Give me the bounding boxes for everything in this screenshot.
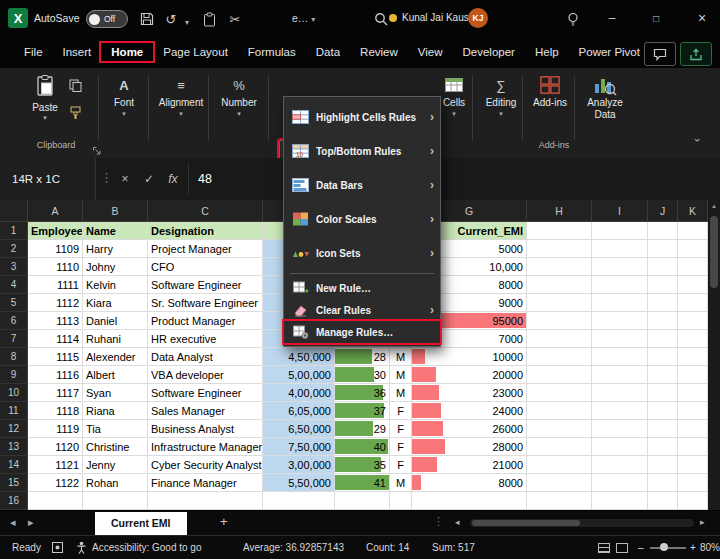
cell-h4[interactable] [527,276,592,294]
cell-b8[interactable]: Alexender [83,348,148,366]
cell-c15[interactable]: Finance Manager [148,474,263,492]
cell-h3[interactable] [527,258,592,276]
cell-d10[interactable]: 4,00,000 [263,384,335,402]
cell-a6[interactable]: 1113 [28,312,83,330]
accessibility-status[interactable]: Accessibility: Good to go [92,542,202,553]
cell-c10[interactable]: Software Engineer [148,384,263,402]
cell-a9[interactable]: 1116 [28,366,83,384]
menu-item-manage-rules[interactable]: Manage Rules… [284,321,440,343]
cell-h8[interactable] [527,348,592,366]
cell-h15[interactable] [527,474,592,492]
cell-h16[interactable] [527,492,592,510]
zoom-level[interactable]: 80% [700,542,720,553]
cell-j14[interactable] [648,456,678,474]
cell-b4[interactable]: Kelvin [83,276,148,294]
previous-sheet-icon[interactable]: ◂ [10,516,16,529]
cell-a16[interactable] [28,492,83,510]
quick-access-more-button[interactable]: e… ▾ [292,12,315,24]
cell-d14[interactable]: 3,00,000 [263,456,335,474]
cell-k6[interactable] [678,312,708,330]
cell-c8[interactable]: Data Analyst [148,348,263,366]
cell-b3[interactable]: Johny [83,258,148,276]
cell-h6[interactable] [527,312,592,330]
cell-e13[interactable]: 40 [335,438,390,456]
analyze-data-button[interactable]: Analyze Data [578,76,632,120]
cell-e14[interactable]: 35 [335,456,390,474]
column-header-a[interactable]: A [28,200,83,222]
ribbon-tab-review[interactable]: Review [350,43,408,61]
cell-b11[interactable]: Riana [83,402,148,420]
cell-h11[interactable] [527,402,592,420]
cell-j3[interactable] [648,258,678,276]
cell-i7[interactable] [592,330,648,348]
formula-bar-value[interactable]: 48 [198,158,212,200]
row-header-7[interactable]: 7 [0,330,28,348]
cell-a2[interactable]: 1109 [28,240,83,258]
addins-button[interactable]: Add-ins [526,76,574,108]
page-layout-view-icon[interactable] [616,543,628,553]
cell-g13[interactable]: 28000 [412,438,527,456]
cell-c16[interactable] [148,492,263,510]
cell-e16[interactable] [335,492,390,510]
cell-h9[interactable] [527,366,592,384]
cell-g12[interactable]: 26000 [412,420,527,438]
cell-d11[interactable]: 6,05,000 [263,402,335,420]
macro-record-icon[interactable] [52,542,63,555]
cell-i4[interactable] [592,276,648,294]
maximize-button[interactable]: □ [642,0,670,36]
ribbon-tab-insert[interactable]: Insert [53,43,102,61]
menu-item-clear-rules[interactable]: Clear Rules› [284,299,440,321]
cell-e11[interactable]: 37 [335,402,390,420]
cell-f14[interactable]: F [390,456,412,474]
cell-i9[interactable] [592,366,648,384]
cell-d12[interactable]: 6,50,000 [263,420,335,438]
cell-b9[interactable]: Albert [83,366,148,384]
cell-b1[interactable]: Name [83,222,148,240]
cell-a15[interactable]: 1122 [28,474,83,492]
cell-i16[interactable] [592,492,648,510]
cell-i11[interactable] [592,402,648,420]
cell-j7[interactable] [648,330,678,348]
cell-j4[interactable] [648,276,678,294]
cell-k5[interactable] [678,294,708,312]
cell-f10[interactable]: M [390,384,412,402]
cell-f8[interactable]: M [390,348,412,366]
cell-k12[interactable] [678,420,708,438]
row-header-1[interactable]: 1 [0,222,28,240]
menu-item-icon-sets[interactable]: Icon Sets› [284,236,440,270]
cell-g10[interactable]: 23000 [412,384,527,402]
cell-b2[interactable]: Harry [83,240,148,258]
column-header-b[interactable]: B [83,200,148,222]
ribbon-tab-home[interactable]: Home [101,43,153,61]
cell-b10[interactable]: Syan [83,384,148,402]
cell-b5[interactable]: Kiara [83,294,148,312]
cell-k13[interactable] [678,438,708,456]
close-button[interactable]: × [688,0,716,36]
zoom-slider[interactable] [650,547,686,549]
cell-f16[interactable] [390,492,412,510]
normal-view-icon[interactable] [598,543,610,553]
cell-i1[interactable] [592,222,648,240]
cell-d15[interactable]: 5,50,000 [263,474,335,492]
scroll-left-icon[interactable]: ◂ [455,517,460,527]
row-header-2[interactable]: 2 [0,240,28,258]
collapse-ribbon-icon[interactable]: › [692,138,704,142]
cell-k1[interactable] [678,222,708,240]
cell-h7[interactable] [527,330,592,348]
ribbon-tab-data[interactable]: Data [306,43,350,61]
cell-j1[interactable] [648,222,678,240]
cell-j6[interactable] [648,312,678,330]
cell-i10[interactable] [592,384,648,402]
scroll-right-icon[interactable]: ▸ [700,517,705,527]
cell-c3[interactable]: CFO [148,258,263,276]
ribbon-tab-developer[interactable]: Developer [453,43,525,61]
cell-i3[interactable] [592,258,648,276]
horizontal-scrollbar-thumb[interactable] [472,520,580,526]
cell-a10[interactable]: 1117 [28,384,83,402]
cell-i5[interactable] [592,294,648,312]
sheet-tab-current-emi[interactable]: Current EMI [95,512,187,535]
insert-function-icon[interactable]: fx [162,158,184,200]
cell-j11[interactable] [648,402,678,420]
cell-k8[interactable] [678,348,708,366]
cell-d13[interactable]: 7,50,000 [263,438,335,456]
